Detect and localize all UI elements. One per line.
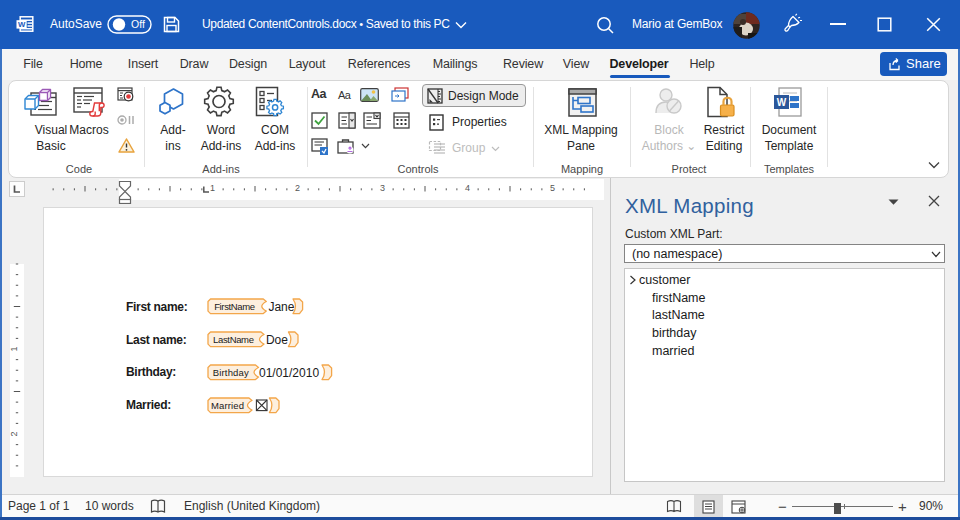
svg-text:W: W: [777, 97, 787, 108]
svg-text:Off: Off: [131, 18, 145, 30]
svg-text:FirstName: FirstName: [214, 301, 255, 312]
svg-text:2: 2: [295, 183, 300, 193]
svg-text:1: 1: [210, 183, 215, 193]
svg-text:Doe: Doe: [266, 332, 288, 346]
svg-text:Married: Married: [211, 399, 244, 410]
svg-text:4: 4: [465, 183, 470, 193]
svg-text:LastName: LastName: [213, 333, 254, 344]
svg-text:2: 2: [9, 431, 19, 436]
svg-text:Birthday: Birthday: [213, 366, 249, 377]
svg-text:3: 3: [380, 183, 385, 193]
svg-text:5: 5: [550, 183, 555, 193]
svg-text:01/01/2010: 01/01/2010: [259, 365, 319, 379]
svg-text:W: W: [18, 20, 26, 29]
svg-text:1: 1: [9, 346, 19, 351]
svg-text:Jane: Jane: [268, 300, 294, 314]
